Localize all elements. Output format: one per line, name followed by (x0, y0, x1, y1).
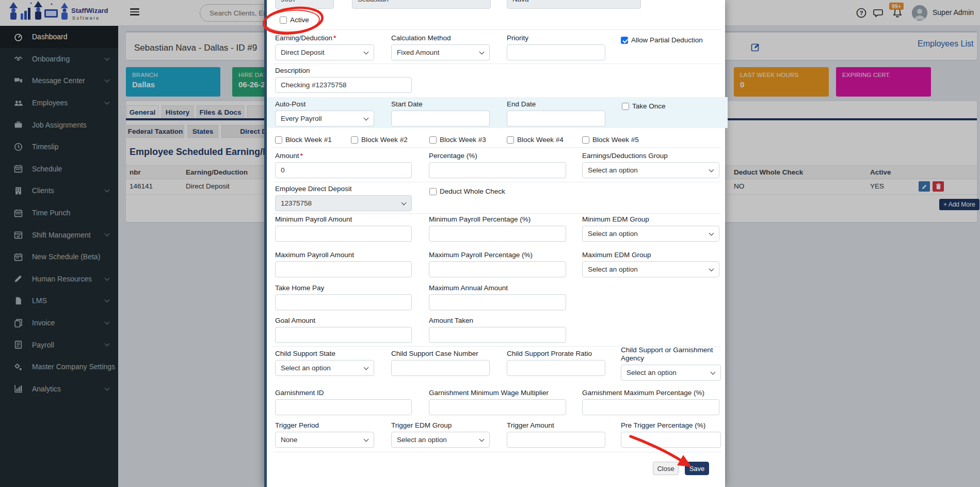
description-input[interactable] (275, 77, 412, 93)
field-garnishment-id: Garnishment ID (275, 389, 412, 415)
block-week-4-row: Block Week #4 (507, 136, 564, 144)
allow-partial-deduction-label: Allow Partial Deduction (631, 36, 703, 44)
field-employee-direct-deposit: Employee Direct Deposit 12375758 (275, 185, 412, 211)
chevron-down-icon (401, 200, 407, 206)
field-maximum-edm-group: Maximum EDM Group Select an option (582, 251, 719, 277)
field-minimum-payroll-percentage: Minimum Payroll Percentage (%) (429, 215, 566, 242)
chevron-down-icon (479, 50, 485, 55)
field-calculation-method: Calculation Method Fixed Amount (391, 34, 490, 60)
field-minimum-payroll-amount: Minimum Payroll Amount (275, 215, 412, 242)
field-child-support-garnishment-agency: Child Support or Garnishment Agency Sele… (621, 346, 721, 381)
first-name-field (352, 0, 491, 9)
deduct-whole-check-checkbox[interactable] (429, 188, 437, 195)
pre-trigger-percentage-input[interactable] (621, 432, 721, 448)
chevron-down-icon (709, 167, 714, 172)
save-button[interactable]: Save (685, 462, 709, 475)
garnishment-minimum-wage-multiplier-input[interactable] (429, 399, 566, 415)
take-home-pay-input[interactable] (275, 294, 412, 310)
field-earnings-deductions-group: Earnings/Deductions Group Select an opti… (582, 152, 719, 178)
maximum-payroll-amount-input[interactable] (275, 261, 412, 277)
percentage-input[interactable] (429, 162, 566, 178)
field-earning-deduction: Earning/Deduction* Direct Deposit (275, 34, 374, 60)
required-mark: * (333, 34, 336, 42)
calculation-method-select[interactable]: Fixed Amount (391, 44, 490, 60)
app-window: StaffWizard Software ? 99+ Super Admin D… (0, 0, 980, 487)
field-child-support-prorate-ratio: Child Support Prorate Ratio (507, 350, 605, 376)
child-support-garnishment-agency-select[interactable]: Select an option (621, 365, 721, 381)
field-trigger-period: Trigger Period None (275, 421, 374, 448)
maximum-edm-group-select[interactable]: Select an option (582, 261, 719, 277)
employee-direct-deposit-select: 12375758 (275, 195, 412, 211)
minimum-payroll-percentage-input[interactable] (429, 226, 566, 242)
block-week-3-row: Block Week #3 (429, 136, 486, 144)
chevron-down-icon (364, 437, 369, 442)
block-week-2-row: Block Week #2 (351, 136, 408, 144)
take-once-label: Take Once (632, 102, 666, 110)
garnishment-maximum-percentage-input[interactable] (582, 399, 719, 415)
earning-deduction-modal: Active Earning/Deduction* Direct Deposit… (264, 0, 725, 487)
last-name-field (507, 0, 641, 9)
field-start-date: Start Date (391, 100, 490, 127)
field-garnishment-minimum-wage-multiplier: Garnishment Minimum Wage Multiplier (429, 389, 566, 415)
block-week-5-checkbox[interactable] (582, 136, 589, 144)
block-week-3-checkbox[interactable] (429, 136, 437, 144)
minimum-payroll-amount-input[interactable] (275, 226, 412, 242)
field-amount-taken: Amount Taken (429, 317, 566, 343)
field-end-date: End Date (507, 100, 605, 127)
field-auto-post: Auto-Post Every Payroll (275, 100, 374, 127)
child-support-state-select[interactable]: Select an option (275, 360, 374, 376)
field-maximum-annual-amount: Maximum Annual Amount (429, 284, 566, 310)
field-trigger-edm-group: Trigger EDM Group Select an option (391, 421, 490, 448)
chevron-down-icon (364, 365, 369, 370)
block-week-5-row: Block Week #5 (582, 136, 639, 144)
field-child-support-state: Child Support State Select an option (275, 350, 374, 376)
chevron-down-icon (479, 437, 485, 442)
field-take-home-pay: Take Home Pay (275, 284, 412, 310)
field-minimum-edm-group: Minimum EDM Group Select an option (582, 215, 719, 242)
trigger-period-select[interactable]: None (275, 432, 374, 448)
block-week-2-checkbox[interactable] (351, 136, 358, 144)
end-date-input[interactable] (507, 111, 605, 127)
field-priority: Priority (507, 34, 605, 60)
chevron-down-icon (364, 116, 369, 121)
block-week-1-checkbox[interactable] (275, 136, 282, 144)
minimum-edm-group-select[interactable]: Select an option (582, 226, 719, 242)
trigger-edm-group-select[interactable]: Select an option (391, 432, 490, 448)
field-pre-trigger-percentage: Pre Trigger Percentage (%) (621, 421, 721, 448)
active-checkbox[interactable] (280, 17, 287, 24)
chevron-down-icon (711, 370, 716, 375)
field-description: Description (275, 67, 412, 93)
start-date-input[interactable] (391, 111, 490, 127)
field-child-support-case-number: Child Support Case Number (391, 350, 490, 376)
required-mark: * (300, 152, 303, 160)
field-garnishment-maximum-percentage: Garnishment Maximum Percentage (%) (582, 389, 719, 415)
active-checkbox-label: Active (290, 16, 309, 24)
amount-taken-input[interactable] (429, 327, 566, 343)
priority-input[interactable] (507, 44, 605, 60)
field-maximum-payroll-percentage: Maximum Payroll Percentage (%) (429, 251, 566, 277)
take-once-checkbox[interactable] (622, 103, 629, 110)
chevron-down-icon (709, 266, 714, 272)
field-trigger-amount: Trigger Amount (507, 421, 605, 448)
block-week-1-row: Block Week #1 (275, 136, 332, 144)
field-maximum-payroll-amount: Maximum Payroll Amount (275, 251, 412, 277)
auto-post-select[interactable]: Every Payroll (275, 111, 374, 127)
close-button[interactable]: Close (653, 462, 679, 475)
maximum-payroll-percentage-input[interactable] (429, 261, 566, 277)
earning-deduction-select[interactable]: Direct Deposit (275, 44, 374, 60)
child-support-prorate-ratio-input[interactable] (507, 360, 605, 376)
garnishment-id-input[interactable] (275, 399, 412, 415)
goal-amount-input[interactable] (275, 327, 412, 343)
employee-id-field (275, 0, 334, 9)
take-once-row: Take Once (622, 102, 666, 110)
block-week-4-checkbox[interactable] (507, 136, 514, 144)
active-checkbox-row: Active (280, 16, 309, 24)
earnings-deductions-group-select[interactable]: Select an option (582, 162, 719, 178)
maximum-annual-amount-input[interactable] (429, 294, 566, 310)
allow-partial-deduction-row: Allow Partial Deduction (621, 36, 703, 44)
child-support-case-number-input[interactable] (391, 360, 490, 376)
deduct-whole-check-label: Deduct Whole Check (440, 187, 505, 195)
trigger-amount-input[interactable] (507, 432, 605, 448)
allow-partial-deduction-checkbox[interactable] (621, 37, 628, 44)
amount-input[interactable] (275, 162, 412, 178)
